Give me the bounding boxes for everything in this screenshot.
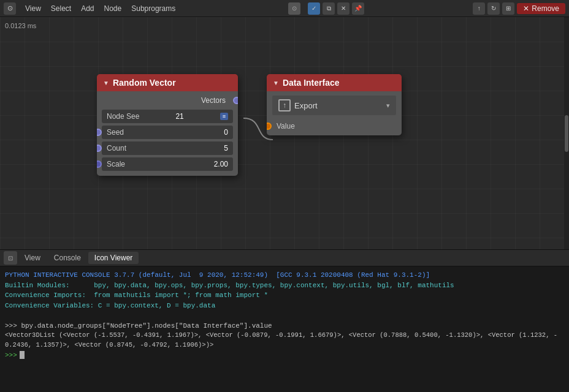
seed-input-socket[interactable] [97,129,102,136]
pin-icon[interactable]: 📌 [352,2,364,15]
refresh-icon[interactable]: ↻ [487,2,500,15]
console-cursor [20,351,25,359]
tab-view[interactable]: View [18,252,47,264]
timer-label: 0.0123 ms [5,22,36,29]
seed-label: Seed [107,128,124,137]
top-bar: ⊙ View Select Add Node Subprograms ⊙ ✓ ⧉… [0,0,569,17]
scale-label: Scale [107,160,125,168]
right-controls: ↑ ↻ ⊞ ✕ Remove [473,2,565,15]
node-seed-value: 21 [175,112,183,121]
scale-field[interactable]: Scale 2.00 [102,157,233,171]
data-interface-node: ▼ Data Interface ↑ Export ▾ Value [267,74,402,135]
data-interface-title: Data Interface [283,78,340,88]
export-icon: ↑ [278,99,291,111]
chevron-down-icon: ▾ [386,102,390,110]
console-type-icon[interactable]: ⊡ [4,251,17,265]
vectors-socket-row: Vectors [102,96,233,105]
menu-subprograms[interactable]: Subprograms [127,3,180,14]
export-dropdown[interactable]: ↑ Export ▾ [272,95,397,116]
node-seed-label: Node See [107,112,139,121]
scroll-thumb [565,115,568,152]
menu-select[interactable]: Select [47,3,75,14]
node-seed-field[interactable]: Node See 21 ≡ [102,110,233,123]
menu-add[interactable]: Add [77,3,98,14]
random-vector-body: Vectors Node See 21 ≡ Seed 0 [97,91,238,176]
copy-icon[interactable]: ⧉ [323,2,335,15]
scale-input-socket[interactable] [97,160,102,168]
layout-icon[interactable]: ⊞ [502,2,514,15]
scale-row: Scale 2.00 [102,157,233,171]
bottom-tabs: ⊡ View Console Icon Viewer [0,249,569,266]
collapse-triangle: ▼ [103,80,109,86]
node-editor[interactable]: 0.0123 ms ▼ Random Vector Vectors Node S… [0,17,569,249]
shield-icon[interactable]: ✓ [308,2,320,15]
count-row: Count 5 [102,141,233,155]
node-eye-icon: ⊙ [288,2,300,15]
value-input-socket[interactable] [267,123,272,130]
scale-value: 2.00 [214,160,228,168]
di-collapse-triangle: ▼ [273,80,279,86]
vectors-output-socket[interactable] [233,97,238,104]
vectors-label: Vectors [201,96,226,105]
tab-console[interactable]: Console [48,252,87,264]
data-interface-body: ↑ Export ▾ Value [267,91,402,135]
x-icon: ✕ [523,4,529,13]
random-vector-title: Random Vector [113,78,176,88]
value-label: Value [277,122,295,130]
export-left: ↑ Export [278,99,318,111]
console-line1: Builtin Modules: bpy, bpy.data, bpy.ops,… [5,281,564,291]
console-area: PYTHON INTERACTIVE CONSOLE 3.7.7 (defaul… [0,266,569,392]
console-command: >>> bpy.data.node_groups["NodeTree"].nod… [5,321,564,331]
console-line2: Convenience Imports: from mathutils impo… [5,290,564,301]
random-vector-header[interactable]: ▼ Random Vector [97,74,238,91]
data-interface-header[interactable]: ▼ Data Interface [267,74,402,91]
console-result: <Vector3DList (<Vector (-1.5537, -0.4391… [5,331,564,350]
console-blank [5,311,564,321]
tab-icon-viewer[interactable]: Icon Viewer [88,252,139,264]
header-center: ⊙ ✓ ⧉ ✕ 📌 [182,2,470,15]
menu-view[interactable]: View [21,3,45,14]
value-row: Value [272,121,397,132]
console-prompt-row[interactable]: >>> [5,350,564,361]
node-seed-row: Node See 21 ≡ [102,110,233,123]
seed-field[interactable]: Seed 0 [102,126,233,139]
list-icon[interactable]: ≡ [220,113,228,120]
console-header: PYTHON INTERACTIVE CONSOLE 3.7.7 (defaul… [5,270,564,281]
count-label: Count [107,144,126,153]
random-vector-node: ▼ Random Vector Vectors Node See 21 ≡ [97,74,238,176]
seed-value: 0 [224,128,228,137]
menu-bar: View Select Add Node Subprograms [21,3,180,14]
header-controls: ✓ ⧉ ✕ 📌 [308,2,364,15]
editor-type-icon[interactable]: ⊙ [4,2,16,15]
console-prompt-symbol: >>> [5,350,17,361]
seed-row: Seed 0 [102,126,233,139]
remove-button[interactable]: ✕ Remove [517,3,565,14]
scroll-handle[interactable] [564,17,569,249]
close-icon[interactable]: ✕ [337,2,349,15]
count-input-socket[interactable] [97,145,102,152]
console-line3: Convenience Variables: C = bpy.context, … [5,301,564,311]
count-field[interactable]: Count 5 [102,141,233,155]
count-value: 5 [224,144,228,153]
menu-node[interactable]: Node [100,3,126,14]
export-label: Export [294,101,318,110]
up-arrow-icon[interactable]: ↑ [473,2,485,15]
